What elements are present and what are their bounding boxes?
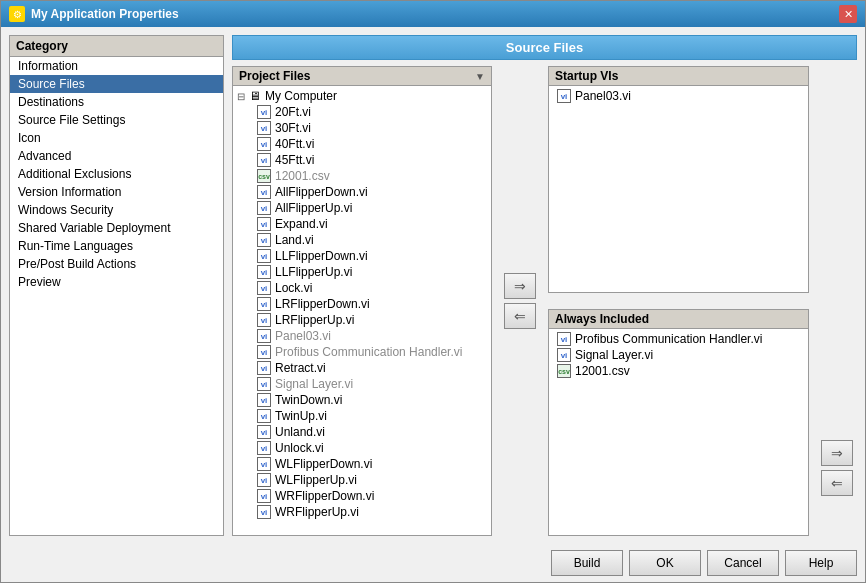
vi-icon: vi <box>257 185 271 199</box>
sidebar-item-source-files[interactable]: Source Files <box>10 75 223 93</box>
file-name: Profibus Communication Handler.vi <box>275 345 462 359</box>
sidebar-item-additional-exclusions[interactable]: Additional Exclusions <box>10 165 223 183</box>
sidebar-item-advanced[interactable]: Advanced <box>10 147 223 165</box>
vi-icon: vi <box>257 393 271 407</box>
sidebar-item-shared-variable-deployment[interactable]: Shared Variable Deployment <box>10 219 223 237</box>
vi-icon: vi <box>257 265 271 279</box>
sidebar-item-windows-security[interactable]: Windows Security <box>10 201 223 219</box>
csv-icon: csv <box>557 364 571 378</box>
startup-vis-panel: Startup VIs vi Panel03.vi <box>548 66 809 293</box>
file-name: Unlock.vi <box>275 441 324 455</box>
sidebar-item-version-information[interactable]: Version Information <box>10 183 223 201</box>
file-name: Unland.vi <box>275 425 325 439</box>
list-item[interactable]: viLRFlipperDown.vi <box>249 296 491 312</box>
vi-icon: vi <box>257 441 271 455</box>
list-item[interactable]: vi30Ft.vi <box>249 120 491 136</box>
list-item[interactable]: viLLFlipperUp.vi <box>249 264 491 280</box>
arrow-right-always-included-button[interactable]: ⇒ <box>821 440 853 466</box>
list-item[interactable]: vi Panel03.vi <box>549 88 808 104</box>
collapse-icon[interactable]: ⊟ <box>237 91 245 102</box>
always-included-header: Always Included <box>549 310 808 329</box>
arrow-left-always-included-button[interactable]: ⇐ <box>821 470 853 496</box>
computer-icon: 🖥 <box>249 89 261 103</box>
list-item[interactable]: viLock.vi <box>249 280 491 296</box>
tree-root-item[interactable]: ⊟ 🖥 My Computer <box>233 88 491 104</box>
sidebar-item-pre-post-build-actions[interactable]: Pre/Post Build Actions <box>10 255 223 273</box>
vi-icon: vi <box>257 313 271 327</box>
vi-icon: vi <box>257 105 271 119</box>
sidebar-item-information[interactable]: Information <box>10 57 223 75</box>
vi-icon: vi <box>257 361 271 375</box>
startup-vis-header: Startup VIs <box>549 67 808 86</box>
startup-arrows-group: ⇒ ⇐ <box>504 273 536 329</box>
sidebar-item-run-time-languages[interactable]: Run-Time Languages <box>10 237 223 255</box>
list-item[interactable]: vi Profibus Communication Handler.vi <box>549 331 808 347</box>
file-name: LLFlipperUp.vi <box>275 265 352 279</box>
vi-icon: vi <box>257 201 271 215</box>
list-item[interactable]: viWRFlipperUp.vi <box>249 504 491 520</box>
arrow-left-startup-button[interactable]: ⇐ <box>504 303 536 329</box>
list-item[interactable]: viPanel03.vi <box>249 328 491 344</box>
list-item[interactable]: viAllFlipperDown.vi <box>249 184 491 200</box>
list-item[interactable]: csv 12001.csv <box>549 363 808 379</box>
file-name: Panel03.vi <box>275 329 331 343</box>
list-item[interactable]: viWRFlipperDown.vi <box>249 488 491 504</box>
sidebar-item-destinations[interactable]: Destinations <box>10 93 223 111</box>
list-item[interactable]: viLRFlipperUp.vi <box>249 312 491 328</box>
file-name: WLFlipperUp.vi <box>275 473 357 487</box>
list-item[interactable]: viUnland.vi <box>249 424 491 440</box>
vi-icon: vi <box>257 489 271 503</box>
vi-icon: vi <box>257 249 271 263</box>
file-name: LLFlipperDown.vi <box>275 249 368 263</box>
list-item[interactable]: viLLFlipperDown.vi <box>249 248 491 264</box>
vi-icon: vi <box>257 473 271 487</box>
cancel-button[interactable]: Cancel <box>707 550 779 576</box>
close-button[interactable]: ✕ <box>839 5 857 23</box>
list-item[interactable]: viTwinUp.vi <box>249 408 491 424</box>
always-included-label: Always Included <box>555 312 649 326</box>
list-item[interactable]: viExpand.vi <box>249 216 491 232</box>
list-item[interactable]: vi40Ftt.vi <box>249 136 491 152</box>
list-item[interactable]: viSignal Layer.vi <box>249 376 491 392</box>
always-included-content: vi Profibus Communication Handler.vi vi … <box>549 329 808 535</box>
startup-vis-content: vi Panel03.vi <box>549 86 808 292</box>
sidebar-item-source-file-settings[interactable]: Source File Settings <box>10 111 223 129</box>
list-item[interactable]: viUnlock.vi <box>249 440 491 456</box>
list-item[interactable]: viWLFlipperUp.vi <box>249 472 491 488</box>
list-item[interactable]: viWLFlipperDown.vi <box>249 456 491 472</box>
list-item[interactable]: viTwinDown.vi <box>249 392 491 408</box>
always-included-name: 12001.csv <box>575 364 630 378</box>
file-name: Lock.vi <box>275 281 312 295</box>
arrow-right-startup-button[interactable]: ⇒ <box>504 273 536 299</box>
title-bar-left: ⚙ My Application Properties <box>9 6 179 22</box>
ok-button[interactable]: OK <box>629 550 701 576</box>
root-label: My Computer <box>265 89 337 103</box>
list-item[interactable]: viProfibus Communication Handler.vi <box>249 344 491 360</box>
list-item[interactable]: viAllFlipperUp.vi <box>249 200 491 216</box>
vi-icon: vi <box>557 348 571 362</box>
arrows-column-startup: ⇒ ⇐ <box>500 66 540 536</box>
vi-icon: vi <box>257 233 271 247</box>
always-included-arrows-group: ⇒ ⇐ <box>821 440 853 496</box>
list-item[interactable]: vi Signal Layer.vi <box>549 347 808 363</box>
project-files-header: Project Files ▼ <box>233 67 491 86</box>
list-item[interactable]: viRetract.vi <box>249 360 491 376</box>
build-button[interactable]: Build <box>551 550 623 576</box>
arrows-column-always-included: ⇒ ⇐ <box>817 66 857 536</box>
always-included-name: Signal Layer.vi <box>575 348 653 362</box>
sidebar-item-icon[interactable]: Icon <box>10 129 223 147</box>
list-item[interactable]: csv12001.csv <box>249 168 491 184</box>
sidebar-item-preview[interactable]: Preview <box>10 273 223 291</box>
list-item[interactable]: vi20Ft.vi <box>249 104 491 120</box>
main-window: ⚙ My Application Properties ✕ Category I… <box>0 0 866 583</box>
title-bar: ⚙ My Application Properties ✕ <box>1 1 865 27</box>
panel-scroll-arrow: ▼ <box>475 71 485 82</box>
file-name: WRFlipperDown.vi <box>275 489 374 503</box>
file-name: 30Ft.vi <box>275 121 311 135</box>
list-item[interactable]: vi45Ftt.vi <box>249 152 491 168</box>
content-area: Category Information Source Files Destin… <box>1 27 865 544</box>
vi-icon: vi <box>257 137 271 151</box>
file-name: 20Ft.vi <box>275 105 311 119</box>
help-button[interactable]: Help <box>785 550 857 576</box>
list-item[interactable]: viLand.vi <box>249 232 491 248</box>
